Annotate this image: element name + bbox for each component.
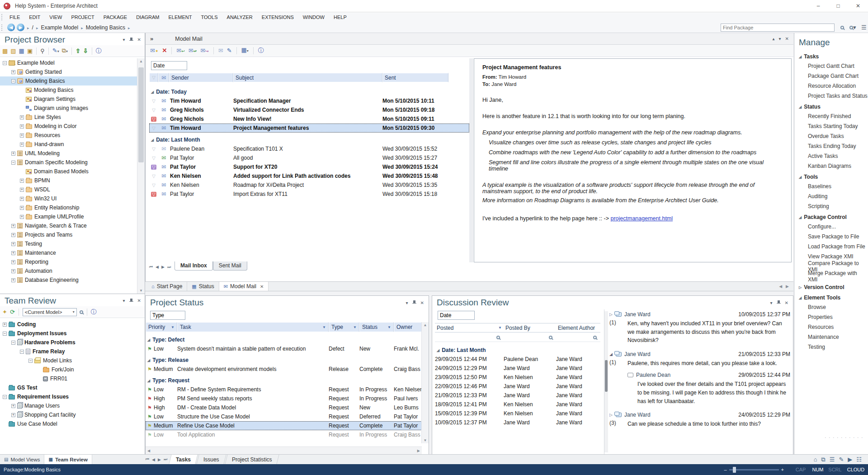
status-horizontal-scrollbar[interactable]: ◀▶: [146, 446, 422, 454]
breadcrumb-item[interactable]: Modeling Basics: [86, 24, 125, 31]
mail-groupby-field[interactable]: [151, 61, 187, 70]
menu-analyzer[interactable]: ANALYZER: [222, 12, 257, 22]
manage-item-tasks-ending-today[interactable]: Tasks Ending Today: [797, 141, 868, 151]
panel-menu-icon[interactable]: ▾: [123, 37, 125, 42]
collapse-toggle-icon[interactable]: −: [20, 350, 24, 354]
manage-group-tasks[interactable]: ◢Tasks: [797, 52, 868, 61]
group-collapse-icon[interactable]: ◢: [147, 379, 150, 383]
expand-toggle-icon[interactable]: +: [20, 142, 24, 147]
menu-file[interactable]: FILE: [5, 12, 24, 22]
bottom-tab-model-views[interactable]: ▤Model Views: [0, 455, 44, 464]
home-icon[interactable]: ⌂: [814, 456, 817, 463]
project-browser-tree-item[interactable]: +Getting Started: [0, 67, 137, 76]
columns-layout-icon[interactable]: ▦▾: [241, 47, 249, 54]
team-review-tree-item[interactable]: −Frame Relay: [0, 347, 145, 356]
discussion-row[interactable]: 10/09/2015 12:37 PMJane WardJane Ward: [435, 418, 601, 427]
mail-folder-tab-sent-mail[interactable]: Sent Mail: [213, 261, 247, 271]
project-browser-tree-item[interactable]: +UML Modeling: [0, 149, 137, 158]
pin-icon[interactable]: [129, 37, 133, 43]
close-tab-icon[interactable]: ✕: [260, 284, 264, 289]
expand-toggle-icon[interactable]: +: [11, 70, 15, 74]
panel-menu-icon[interactable]: ▾: [770, 300, 773, 305]
expand-toggle-icon[interactable]: +: [11, 269, 15, 273]
group-collapse-icon[interactable]: ◢: [151, 90, 154, 94]
mail-row[interactable]: ▽✉Greg NicholsNew Info View!Mon 5/10/201…: [149, 114, 469, 124]
mail-group-row[interactable]: ◢Date: Today: [149, 87, 469, 96]
group-collapse-icon[interactable]: ◢: [799, 296, 802, 300]
expand-toggle-icon[interactable]: +: [11, 233, 15, 237]
status-task-row[interactable]: ⚑LowRM - Define System RequirementsReque…: [146, 385, 422, 394]
mail-row[interactable]: ▽✉Greg NicholsVirtualized Connector Ends…: [149, 105, 469, 114]
collapse-toggle-icon[interactable]: −: [28, 359, 33, 363]
expand-toggle-icon[interactable]: +: [20, 197, 24, 201]
menu-tools[interactable]: TOOLS: [196, 12, 222, 22]
forward-icon[interactable]: ✉↪: [200, 48, 208, 54]
collapse-toggle-icon[interactable]: −: [11, 161, 15, 165]
menu-project[interactable]: PROJECT: [66, 12, 99, 22]
manage-item-browse[interactable]: Browse: [797, 302, 868, 312]
discussion-row[interactable]: 15/09/2015 12:39 PMKen NielsenJane Ward: [435, 409, 601, 418]
team-review-tree-item[interactable]: +Coding: [0, 320, 145, 329]
edit-icon[interactable]: ✎▾: [52, 48, 59, 55]
close-panel-icon[interactable]: ✕: [137, 298, 141, 303]
filter-column-header[interactable]: ▽: [149, 73, 158, 82]
discussion-row[interactable]: 29/09/2015 12:44 PMPaulene DeanJane Ward: [435, 355, 601, 364]
hierarchy-icon[interactable]: ☰: [830, 456, 835, 463]
filter-funnel-icon[interactable]: ▽: [151, 165, 156, 170]
team-review-tree-item[interactable]: +Manage Users: [0, 401, 145, 410]
discussion-row[interactable]: 21/09/2015 12:33 PMJane WardJane Ward: [435, 391, 601, 400]
group-collapse-icon[interactable]: ◢: [799, 175, 802, 179]
collapse-toggle-icon[interactable]: −: [11, 79, 15, 83]
collapse-toggle-icon[interactable]: −: [3, 395, 7, 399]
expand-toggle-icon[interactable]: +: [20, 188, 24, 192]
help-icon[interactable]: ⓘ: [258, 48, 264, 54]
manage-group-element-tools[interactable]: ◢Element Tools: [797, 293, 868, 302]
status-vertical-scrollbar[interactable]: ▲ ▼: [421, 322, 429, 443]
manage-item-resources[interactable]: Resources: [797, 322, 868, 332]
mail-row[interactable]: ▽✉Tim HowardSpecification ManagerMon 5/1…: [149, 96, 469, 105]
bottom-tab-team-review[interactable]: ▦Team Review: [44, 455, 92, 464]
team-review-tree-item[interactable]: −Model Links: [0, 356, 145, 365]
sent-column-header[interactable]: Sent: [382, 73, 448, 82]
group-collapse-icon[interactable]: ◢: [147, 358, 150, 362]
project-browser-tree-item[interactable]: +Hand-drawn: [0, 140, 137, 149]
expand-toggle-icon[interactable]: +: [11, 260, 15, 264]
project-browser-tree-item[interactable]: +Resources: [0, 131, 137, 140]
group-collapse-icon[interactable]: ◢: [151, 138, 154, 142]
discussion-row[interactable]: 22/09/2015 12:46 PMJane WardJane Ward: [435, 382, 601, 391]
new-diagram-icon[interactable]: ▦: [19, 48, 24, 54]
expand-toggle-icon[interactable]: +: [11, 413, 15, 417]
filter-funnel-icon[interactable]: ▽: [151, 192, 156, 197]
project-browser-tree-item[interactable]: Domain Based Models: [0, 167, 137, 176]
team-review-tree-item[interactable]: Fork/Join: [0, 365, 145, 374]
manage-item-package-gantt-chart[interactable]: Package Gantt Chart: [797, 71, 868, 81]
collapse-toggle-icon[interactable]: −: [11, 341, 15, 345]
expand-toggle-icon[interactable]: +: [11, 242, 15, 246]
doc-tab-scroll-arrows[interactable]: ◀▶: [779, 282, 793, 291]
panel-menu-icon[interactable]: ▾: [779, 36, 781, 41]
filter-funnel-icon[interactable]: ▽: [152, 99, 156, 104]
help-page-link[interactable]: projectmanagement.html: [610, 215, 673, 222]
discussion-thread-entry[interactable]: ▷Jane Ward10/09/2015 12:37 PM(1)Ken, why…: [609, 311, 790, 345]
back-button[interactable]: ◀: [7, 24, 15, 31]
project-browser-tree-item[interactable]: −Domain Specific Modeling: [0, 158, 137, 167]
new-element-icon[interactable]: ▣: [27, 48, 33, 54]
manage-item-overdue-tasks[interactable]: Overdue Tasks: [797, 131, 868, 141]
posted-by-column-header[interactable]: Posted By: [504, 323, 556, 332]
discussion-thread-entry[interactable]: ▷Jane Ward24/09/2015 12:29 PM(3)Can we p…: [609, 412, 790, 428]
task-column-header[interactable]: Task▼: [177, 322, 329, 332]
breadcrumb-item[interactable]: Example Model: [41, 24, 78, 31]
mail-folder-tab-mail-inbox[interactable]: Mail Inbox: [175, 261, 213, 271]
filter-funnel-icon[interactable]: ▽: [152, 147, 156, 152]
menu-view[interactable]: VIEW: [45, 12, 66, 22]
project-browser-tree-item[interactable]: +BPMN: [0, 176, 137, 185]
owner-column-header[interactable]: Owner: [394, 322, 422, 332]
expand-toggle-icon[interactable]: +: [20, 179, 24, 183]
menu-diagram[interactable]: DIAGRAM: [132, 12, 164, 22]
expand-toggle-icon[interactable]: +: [11, 251, 15, 255]
help-icon[interactable]: ⓘ: [91, 309, 97, 315]
manage-item-auditing[interactable]: Auditing: [797, 191, 868, 201]
discussion-row[interactable]: 18/09/2015 12:41 PMKen NielsenJane Ward: [435, 400, 601, 409]
mail-row[interactable]: ▽✉Paulene DeanSpecification T101 XWed 30…: [149, 144, 469, 153]
forward-button[interactable]: ▶: [17, 24, 24, 31]
